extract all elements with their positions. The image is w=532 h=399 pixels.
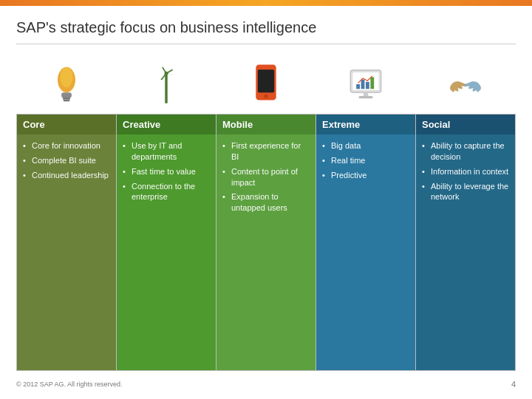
bullet-item: Core for innovation [23, 140, 110, 151]
page-number: 4 [511, 380, 516, 389]
col-social-bullets: Ability to capture the decisionInformati… [422, 140, 509, 202]
svg-rect-22 [364, 92, 368, 96]
col-social: SocialAbility to capture the decisionInf… [416, 115, 515, 370]
svg-rect-19 [361, 80, 365, 89]
col-mobile: MobileFirst experience for BIContent to … [216, 115, 316, 370]
creative-icon [149, 62, 184, 106]
col-creative-header: Creative [117, 115, 216, 134]
svg-line-10 [163, 67, 166, 74]
col-mobile-body: First experience for BIContent to point … [216, 134, 316, 370]
slide-title: SAP's strategic focus on business intell… [16, 19, 516, 36]
svg-rect-4 [63, 100, 69, 102]
mobile-icon [248, 62, 284, 106]
col-mobile-header: Mobile [216, 115, 316, 134]
svg-point-15 [264, 95, 267, 98]
extreme-icon-cell [316, 55, 416, 114]
svg-rect-14 [258, 69, 274, 92]
svg-point-1 [60, 67, 72, 87]
core-icon-cell [16, 55, 116, 114]
bullet-item: Fast time to value [123, 166, 210, 177]
col-creative-bullets: Use by IT and departmentsFast time to va… [123, 140, 210, 202]
social-icon-cell [416, 55, 516, 114]
svg-rect-21 [371, 77, 375, 89]
creative-icon-cell [116, 55, 216, 114]
col-extreme-body: Big dataReal timePredictive [316, 134, 415, 370]
col-core-header: Core [17, 115, 116, 134]
svg-rect-5 [165, 75, 167, 103]
bullet-item: Continued leadership [23, 170, 110, 181]
svg-rect-3 [62, 98, 69, 100]
icons-row [16, 55, 516, 114]
bullet-item: Content to point of impact [222, 166, 310, 188]
col-extreme-bullets: Big dataReal timePredictive [322, 140, 409, 181]
bullet-item: First experience for BI [222, 140, 310, 163]
bullet-item: Connection to the enterprise [123, 181, 210, 203]
col-core-bullets: Core for innovationComplete BI suiteCont… [23, 140, 110, 181]
svg-rect-2 [61, 92, 72, 98]
svg-line-11 [166, 69, 173, 73]
col-social-body: Ability to capture the decisionInformati… [416, 134, 515, 370]
col-extreme-header: Extreme [316, 115, 415, 134]
col-core-body: Core for innovationComplete BI suiteCont… [17, 134, 116, 370]
divider [16, 44, 516, 44]
svg-rect-20 [366, 82, 369, 89]
col-mobile-bullets: First experience for BIContent to point … [222, 140, 310, 214]
col-creative: CreativeUse by IT and departmentsFast ti… [117, 115, 216, 370]
mobile-icon-cell [216, 55, 316, 114]
top-bar [0, 0, 532, 6]
extreme-icon [348, 62, 383, 106]
bullet-item: Ability to leverage the network [422, 181, 509, 203]
bullet-item: Information in context [422, 166, 509, 177]
col-creative-body: Use by IT and departmentsFast time to va… [117, 134, 216, 370]
bullet-item: Complete BI suite [23, 155, 110, 166]
bullet-item: Real time [322, 155, 409, 166]
col-core: CoreCore for innovationComplete BI suite… [17, 115, 117, 370]
col-social-header: Social [416, 115, 515, 134]
col-extreme: ExtremeBig dataReal timePredictive [316, 115, 416, 370]
bullet-item: Ability to capture the decision [422, 140, 509, 163]
slide-container: SAP's strategic focus on business intell… [0, 6, 532, 399]
svg-rect-18 [356, 84, 360, 89]
table-section: CoreCore for innovationComplete BI suite… [16, 114, 516, 371]
bullet-item: Expansion to untapped users [222, 191, 310, 214]
svg-rect-23 [359, 96, 373, 98]
copyright: © 2012 SAP AG. All rights reserved. [16, 381, 123, 388]
bullet-item: Use by IT and departments [123, 140, 210, 163]
footer: © 2012 SAP AG. All rights reserved. 4 [16, 377, 516, 392]
bullet-item: Big data [322, 140, 409, 151]
core-icon [49, 62, 84, 106]
social-icon [448, 62, 483, 106]
bullet-item: Predictive [322, 170, 409, 181]
